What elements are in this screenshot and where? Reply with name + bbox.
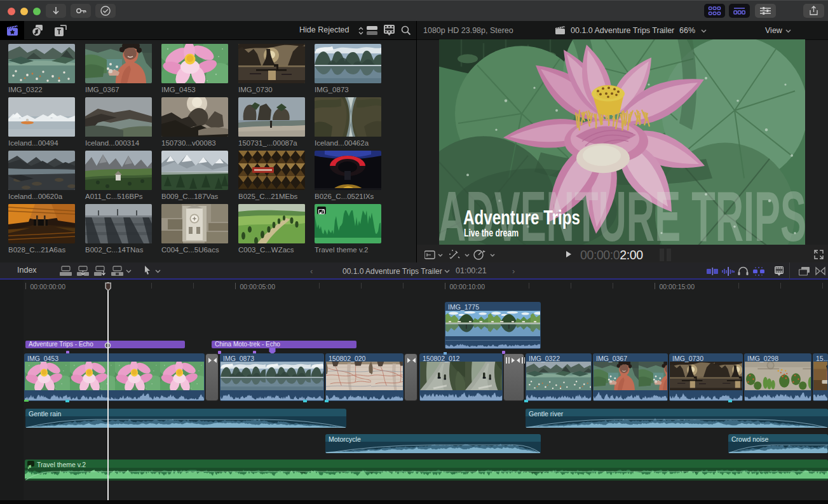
svg-text:Live the dream: Live the dream [464,227,519,238]
svg-text:Adventure Trips: Adventure Trips [463,207,580,229]
